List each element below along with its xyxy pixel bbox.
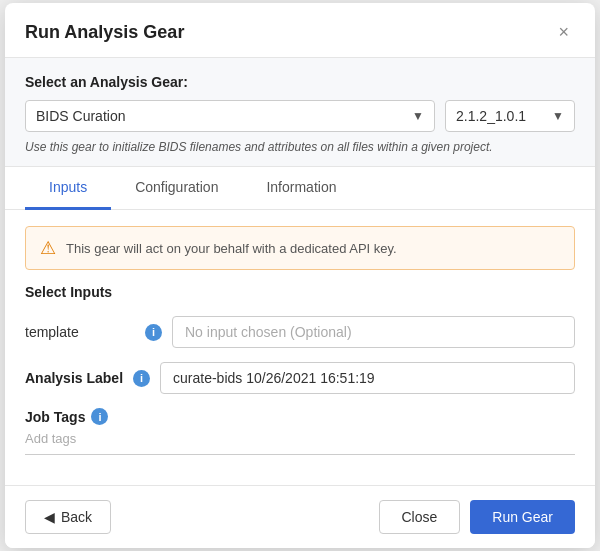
template-input[interactable]	[172, 316, 575, 348]
modal-header: Run Analysis Gear ×	[5, 3, 595, 58]
tabs-bar: Inputs Configuration Information	[5, 167, 595, 210]
select-inputs-title: Select Inputs	[25, 284, 575, 300]
template-label: template	[25, 324, 135, 340]
gear-version-value: 2.1.2_1.0.1	[456, 108, 526, 124]
gear-select-row: BIDS Curation ▼ 2.1.2_1.0.1 ▼	[25, 100, 575, 132]
close-button[interactable]: Close	[379, 500, 461, 534]
warning-icon: ⚠	[40, 237, 56, 259]
add-tags-placeholder: Add tags	[25, 431, 76, 446]
job-tags-section: Job Tags i Add tags	[25, 408, 575, 455]
version-dropdown-arrow-icon: ▼	[552, 109, 564, 123]
warning-text: This gear will act on your behalf with a…	[66, 241, 397, 256]
modal-body: Select an Analysis Gear: BIDS Curation ▼…	[5, 58, 595, 485]
gear-description: Use this gear to initialize BIDS filenam…	[25, 140, 575, 154]
modal-footer: ◀ Back Close Run Gear	[5, 485, 595, 548]
gear-dropdown-arrow-icon: ▼	[412, 109, 424, 123]
gear-select-label: Select an Analysis Gear:	[25, 74, 575, 90]
tab-inputs[interactable]: Inputs	[25, 167, 111, 210]
analysis-label-input[interactable]	[160, 362, 575, 394]
template-info-icon[interactable]: i	[145, 324, 162, 341]
tab-configuration[interactable]: Configuration	[111, 167, 242, 210]
analysis-label-row: Analysis Label i	[25, 362, 575, 394]
job-tags-info-icon[interactable]: i	[91, 408, 108, 425]
modal-title: Run Analysis Gear	[25, 22, 184, 43]
gear-name-value: BIDS Curation	[36, 108, 125, 124]
gear-version-dropdown[interactable]: 2.1.2_1.0.1 ▼	[445, 100, 575, 132]
analysis-label-info-icon[interactable]: i	[133, 370, 150, 387]
gear-name-dropdown[interactable]: BIDS Curation ▼	[25, 100, 435, 132]
tab-information[interactable]: Information	[242, 167, 360, 210]
analysis-label-title: Analysis Label	[25, 370, 123, 386]
template-input-row: template i	[25, 316, 575, 348]
modal-dialog: Run Analysis Gear × Select an Analysis G…	[5, 3, 595, 548]
gear-select-section: Select an Analysis Gear: BIDS Curation ▼…	[5, 58, 595, 167]
footer-right-actions: Close Run Gear	[379, 500, 576, 534]
job-tags-label: Job Tags	[25, 409, 85, 425]
job-tags-header: Job Tags i	[25, 408, 575, 425]
modal-close-button[interactable]: ×	[552, 21, 575, 43]
warning-banner: ⚠ This gear will act on your behalf with…	[25, 226, 575, 270]
job-tags-input[interactable]: Add tags	[25, 425, 575, 455]
back-arrow-icon: ◀	[44, 509, 55, 525]
back-button[interactable]: ◀ Back	[25, 500, 111, 534]
run-gear-button[interactable]: Run Gear	[470, 500, 575, 534]
tab-content-inputs: ⚠ This gear will act on your behalf with…	[5, 210, 595, 485]
